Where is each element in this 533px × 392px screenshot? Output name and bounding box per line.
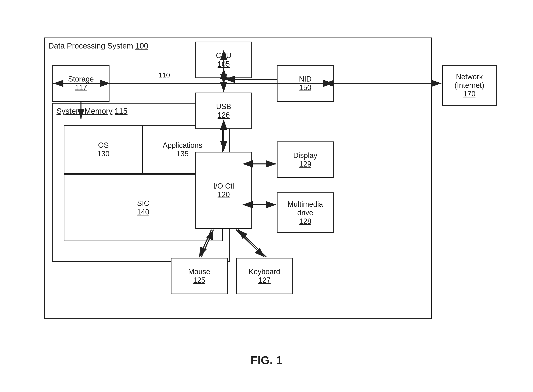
keyboard-label: Keyboard (249, 267, 280, 276)
storage-ref: 117 (75, 83, 87, 92)
display-label: Display (293, 151, 317, 160)
dps-label: Data Processing System 100 (48, 42, 148, 50)
os-box: OS 130 (65, 126, 143, 173)
mouse-box: Mouse 125 (171, 258, 228, 294)
usb-box: USB 126 (195, 93, 252, 129)
usb-ref: 126 (218, 111, 230, 119)
io-ref: 120 (218, 190, 230, 199)
cpu-label: CPU (216, 51, 231, 60)
label-110: 110 (159, 71, 170, 79)
display-box: Display 129 (277, 141, 334, 178)
os-ref: 130 (97, 150, 109, 158)
applications-ref: 135 (176, 150, 189, 158)
nid-ref: 150 (299, 83, 311, 92)
usb-label: USB (216, 102, 231, 111)
dps-ref: 100 (136, 42, 148, 50)
multimedia-ref: 128 (299, 217, 311, 226)
sic-ref: 140 (137, 208, 149, 216)
applications-label: Applications (163, 141, 202, 150)
io-box: I/O Ctl 120 (195, 152, 252, 229)
multimedia-label: Multimediadrive (287, 200, 323, 217)
nid-box: NID 150 (277, 65, 334, 102)
network-ref: 170 (463, 90, 476, 98)
sic-label: SIC (137, 199, 149, 208)
sysmem-label: System Memory 115 (56, 107, 127, 116)
nid-label: NID (299, 75, 312, 83)
network-box: Network(Internet) 170 (442, 65, 497, 106)
cpu-box: CPU 105 (195, 42, 252, 78)
os-label: OS (98, 141, 109, 150)
io-label: I/O Ctl (213, 182, 234, 190)
sysmem-text: System Memory (56, 107, 112, 115)
mouse-label: Mouse (188, 267, 210, 276)
cpu-ref: 105 (218, 60, 230, 69)
figure-label: FIG. 1 (251, 354, 282, 367)
storage-label: Storage (68, 75, 94, 83)
multimedia-box: Multimediadrive 128 (277, 192, 334, 233)
keyboard-box: Keyboard 127 (236, 258, 293, 294)
sysmem-ref: 115 (115, 107, 127, 115)
display-ref: 129 (299, 160, 311, 168)
keyboard-ref: 127 (258, 276, 271, 285)
diagram-area: Data Processing System 100 System Memory… (32, 25, 501, 347)
page-container: Data Processing System 100 System Memory… (22, 18, 511, 374)
storage-box: Storage 117 (52, 65, 109, 102)
network-label: Network(Internet) (454, 73, 484, 90)
mouse-ref: 125 (193, 276, 205, 285)
